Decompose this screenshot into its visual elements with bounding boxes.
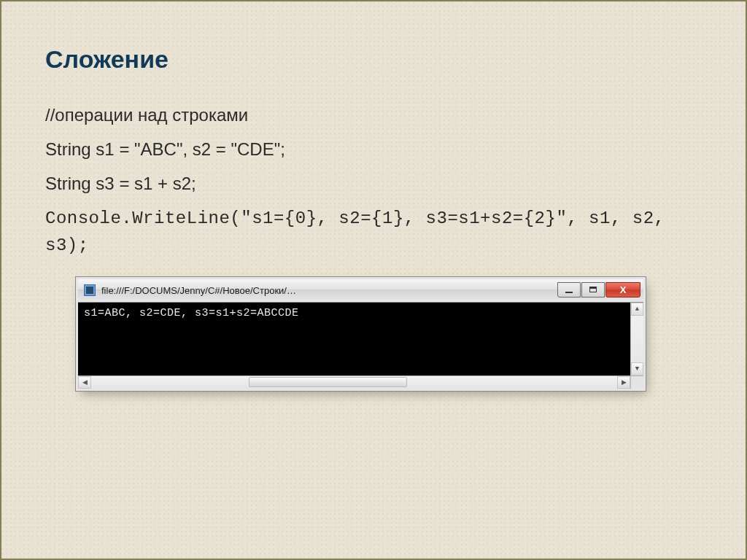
scroll-thumb[interactable] xyxy=(249,377,406,387)
window-title: file:///F:/DOCUMS/Jenny/C#/Новое/Строки/… xyxy=(101,285,551,296)
scroll-up-icon[interactable]: ▲ xyxy=(631,303,643,316)
close-icon: X xyxy=(620,284,627,295)
bottom-scroll-row: ◀ ▶ xyxy=(78,376,643,389)
minimize-button[interactable] xyxy=(557,282,581,298)
minimize-icon xyxy=(565,292,573,293)
close-button[interactable]: X xyxy=(605,282,640,298)
horizontal-scrollbar[interactable]: ◀ ▶ xyxy=(78,376,630,389)
scroll-track[interactable] xyxy=(91,376,617,389)
maximize-icon xyxy=(589,287,597,292)
console-output: s1=ABC, s2=CDE, s3=s1+s2=ABCCDE xyxy=(84,307,629,319)
slide-title: Сложение xyxy=(45,45,709,74)
vertical-scrollbar[interactable]: ▲ ▼ xyxy=(630,303,643,376)
console-window: file:///F:/DOCUMS/Jenny/C#/Новое/Строки/… xyxy=(78,279,643,389)
app-icon xyxy=(84,284,96,296)
code-line-1: //операции над строками xyxy=(45,101,709,128)
code-area: //операции над строками String s1 = "ABC… xyxy=(45,101,709,259)
scroll-right-icon[interactable]: ▶ xyxy=(617,376,630,389)
scroll-down-icon[interactable]: ▼ xyxy=(631,362,643,376)
code-line-4: Console.WriteLine("s1={0}, s2={1}, s3=s1… xyxy=(45,205,709,259)
console-body: s1=ABC, s2=CDE, s3=s1+s2=ABCCDE ▲ ▼ xyxy=(78,303,643,376)
maximize-button[interactable] xyxy=(581,282,605,298)
scroll-corner xyxy=(630,376,643,389)
code-line-3: String s3 = s1 + s2; xyxy=(45,170,709,197)
slide-container: Сложение //операции над строками String … xyxy=(1,1,746,418)
window-titlebar[interactable]: file:///F:/DOCUMS/Jenny/C#/Новое/Строки/… xyxy=(78,279,643,303)
code-line-2: String s1 = "ABC", s2 = "CDE"; xyxy=(45,136,709,163)
window-buttons: X xyxy=(557,282,640,298)
scroll-left-icon[interactable]: ◀ xyxy=(78,376,91,389)
